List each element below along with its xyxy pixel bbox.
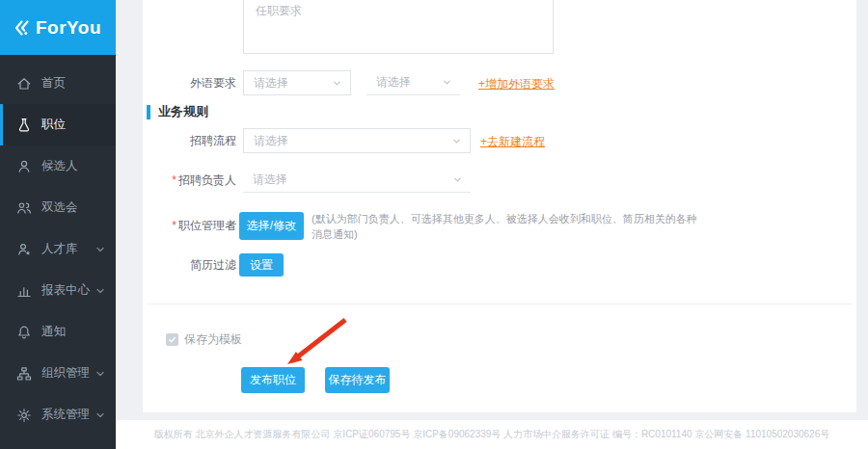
select-modify-button[interactable]: 选择/修改 — [239, 212, 304, 240]
sidebar-item-reports[interactable]: 报表中心 — [0, 270, 116, 311]
recruiter-label: *招聘负责人 — [143, 168, 236, 193]
chevron-down-icon — [451, 136, 462, 146]
sidebar-item-org-management[interactable]: 组织管理 — [0, 353, 116, 394]
section-title: 业务规则 — [158, 103, 208, 120]
section-divider — [147, 304, 853, 304]
chevron-down-icon — [95, 285, 106, 297]
home-icon — [16, 76, 32, 92]
language-requirement-label: 外语要求 — [143, 70, 236, 95]
position-manager-label: *职位管理者 — [143, 212, 236, 240]
save-draft-button[interactable]: 保存待发布 — [325, 367, 390, 393]
create-process-link[interactable]: +去新建流程 — [480, 134, 545, 150]
sidebar-item-label: 通知 — [41, 324, 66, 340]
recruiter-select[interactable]: 请选择 — [243, 168, 471, 193]
sidebar-item-jobfair[interactable]: 双选会 — [0, 187, 116, 228]
resume-filter-label: 简历过滤 — [143, 253, 236, 277]
app-window: ForYou 首页 职位 候选人 — [0, 0, 868, 449]
checkbox-checked-icon[interactable] — [166, 333, 178, 346]
sidebar-item-label: 系统管理 — [41, 407, 90, 423]
bell-icon — [16, 325, 32, 340]
footer: 版权所有 北京外企人才资源服务有限公司 京ICP证060795号 京ICP备09… — [116, 420, 868, 449]
brand-name: ForYou — [36, 17, 101, 39]
job-form-card: 外语要求 请选择 请选择 +增加外语要求 业务规则 — [143, 0, 856, 412]
sidebar: ForYou 首页 职位 候选人 — [0, 0, 116, 449]
job-requirements-textarea[interactable] — [243, 0, 554, 54]
recruiting-process-select[interactable]: 请选择 — [243, 128, 471, 153]
people-icon — [16, 200, 32, 216]
position-manager-note: (默认为部门负责人、可选择其他更多人、被选择人会收到和职位、简历相关的各种消息通… — [312, 211, 697, 242]
sidebar-item-home[interactable]: 首页 — [0, 63, 116, 104]
sidebar-item-label: 人才库 — [41, 241, 78, 257]
save-as-template-checkbox-row[interactable]: 保存为模板 — [166, 331, 242, 348]
brand-logo[interactable]: ForYou — [0, 0, 116, 55]
sidebar-item-talent-pool[interactable]: 人才库 — [0, 228, 116, 270]
chevron-down-icon — [332, 78, 342, 89]
required-asterisk: * — [172, 219, 176, 232]
sidebar-item-system-management[interactable]: 系统管理 — [0, 394, 116, 436]
bar-chart-icon — [16, 283, 32, 299]
person-icon — [16, 159, 32, 174]
recruiting-process-label: 招聘流程 — [143, 128, 236, 153]
required-asterisk: * — [172, 173, 176, 187]
chevron-down-icon — [95, 409, 106, 421]
main-area: 外语要求 请选择 请选择 +增加外语要求 业务规则 — [116, 0, 868, 449]
gear-icon — [16, 408, 32, 423]
sidebar-item-candidates[interactable]: 候选人 — [0, 145, 116, 187]
language-select-1[interactable]: 请选择 — [243, 70, 351, 95]
chevron-down-icon — [95, 368, 106, 380]
annotation-arrow — [278, 312, 355, 370]
sidebar-item-positions[interactable]: 职位 — [0, 104, 116, 145]
sidebar-nav: 首页 职位 候选人 双选会 — [0, 55, 116, 436]
chevron-down-icon — [442, 77, 452, 88]
chevron-down-icon — [452, 174, 463, 185]
sidebar-item-label: 职位 — [41, 117, 66, 133]
sidebar-item-label: 首页 — [41, 75, 66, 92]
foryou-logo-icon — [13, 18, 32, 38]
sidebar-item-label: 组织管理 — [41, 365, 90, 382]
sidebar-item-label: 报表中心 — [41, 282, 90, 299]
chevron-down-icon — [95, 244, 106, 255]
footer-copyright-text: 版权所有 北京外企人才资源服务有限公司 京ICP证060795号 京ICP备09… — [154, 428, 829, 441]
section-accent-bar — [147, 105, 150, 119]
language-select-2[interactable]: 请选择 — [366, 70, 460, 95]
flask-icon — [16, 118, 32, 133]
org-chart-icon — [16, 366, 32, 382]
person-star-icon — [16, 242, 32, 257]
sidebar-item-label: 双选会 — [41, 199, 78, 216]
publish-position-button[interactable]: 发布职位 — [241, 367, 305, 393]
add-language-requirement-link[interactable]: +增加外语要求 — [478, 76, 555, 92]
sidebar-item-label: 候选人 — [41, 158, 78, 174]
business-rules-section: 业务规则 — [147, 103, 208, 120]
sidebar-item-notifications[interactable]: 通知 — [0, 311, 116, 353]
save-as-template-label: 保存为模板 — [184, 331, 242, 348]
resume-filter-settings-button[interactable]: 设置 — [239, 253, 284, 277]
